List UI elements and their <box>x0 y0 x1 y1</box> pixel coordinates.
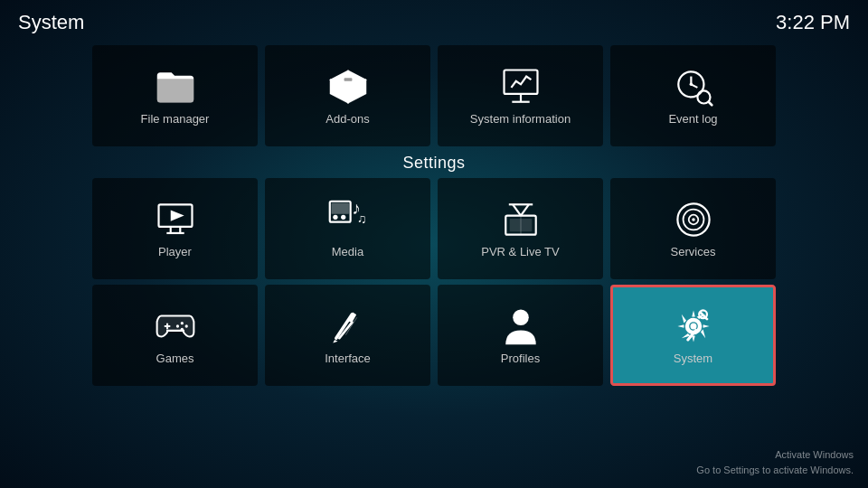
svg-rect-4 <box>504 70 537 93</box>
tile-label-pvr: PVR & Live TV <box>481 245 559 258</box>
tile-label-profiles: Profiles <box>501 352 540 365</box>
svg-rect-29 <box>509 219 532 231</box>
tile-system-information[interactable]: System information <box>438 45 603 146</box>
gear-wrench-icon <box>674 306 713 346</box>
tile-event-log[interactable]: Event log <box>610 45 776 146</box>
box-icon <box>328 67 368 107</box>
tile-pvr-live-tv[interactable]: PVR & Live TV <box>438 178 603 279</box>
tile-label-interface: Interface <box>325 352 371 365</box>
tile-system[interactable]: System <box>610 285 776 386</box>
person-icon <box>501 306 541 346</box>
media-icon: ♪ ♫ <box>328 200 368 239</box>
svg-rect-3 <box>344 78 352 81</box>
svg-line-25 <box>513 204 521 215</box>
activate-windows-notice: Activate Windows Go to Settings to activ… <box>696 447 854 477</box>
svg-rect-19 <box>331 202 348 213</box>
svg-point-39 <box>180 327 183 330</box>
rss-icon <box>674 200 713 239</box>
svg-marker-17 <box>170 210 184 221</box>
svg-text:♫: ♫ <box>356 211 366 226</box>
svg-point-38 <box>184 324 187 327</box>
clock-search-icon <box>674 67 713 107</box>
pencil-tools-icon <box>328 306 368 346</box>
activate-windows-line1: Activate Windows <box>696 447 854 463</box>
tile-label-player: Player <box>158 245 192 258</box>
svg-point-48 <box>690 323 696 329</box>
tile-label-system-information: System information <box>470 112 571 126</box>
svg-point-46 <box>513 309 529 325</box>
svg-point-40 <box>175 324 178 327</box>
svg-point-21 <box>341 214 345 219</box>
tile-add-ons[interactable]: Add-ons <box>265 45 430 146</box>
svg-point-33 <box>692 218 695 221</box>
tile-interface[interactable]: Interface <box>265 285 430 386</box>
tile-games[interactable]: Games <box>92 285 258 386</box>
tile-media[interactable]: ♪ ♫ Media <box>265 178 430 279</box>
svg-point-37 <box>180 322 183 324</box>
page-title: System <box>18 11 84 34</box>
tile-label-file-manager: File manager <box>141 112 210 126</box>
activate-windows-line2: Go to Settings to activate Windows. <box>696 463 854 478</box>
settings-section-label: Settings <box>0 154 868 173</box>
tile-file-manager[interactable]: File manager <box>92 45 258 146</box>
gamepad-icon <box>156 306 195 346</box>
presentation-icon <box>501 67 541 107</box>
tile-label-system: System <box>674 352 712 365</box>
svg-marker-42 <box>333 339 337 343</box>
folder-icon <box>156 67 195 107</box>
tile-label-services: Services <box>671 245 716 258</box>
svg-point-10 <box>689 82 693 86</box>
header: System 3:22 PM <box>0 0 868 45</box>
settings-row-2: Games Interface Profiles <box>92 285 776 386</box>
monitor-play-icon <box>156 200 195 239</box>
svg-point-20 <box>333 214 337 219</box>
clock: 3:22 PM <box>776 11 850 34</box>
tile-profiles[interactable]: Profiles <box>438 285 603 386</box>
svg-line-26 <box>521 204 529 215</box>
settings-grid: Player ♪ ♫ Media PVR & <box>0 178 868 386</box>
tile-player[interactable]: Player <box>92 178 258 279</box>
top-tiles-row: File manager Add-ons System information <box>0 45 868 146</box>
settings-row-1: Player ♪ ♫ Media PVR & <box>92 178 776 279</box>
svg-line-12 <box>708 101 712 105</box>
tv-antenna-icon <box>501 200 541 239</box>
tile-label-event-log: Event log <box>668 112 717 126</box>
tile-label-add-ons: Add-ons <box>326 112 369 126</box>
tile-services[interactable]: Services <box>610 178 776 279</box>
tile-label-games: Games <box>156 352 194 365</box>
tile-label-media: Media <box>332 245 363 258</box>
